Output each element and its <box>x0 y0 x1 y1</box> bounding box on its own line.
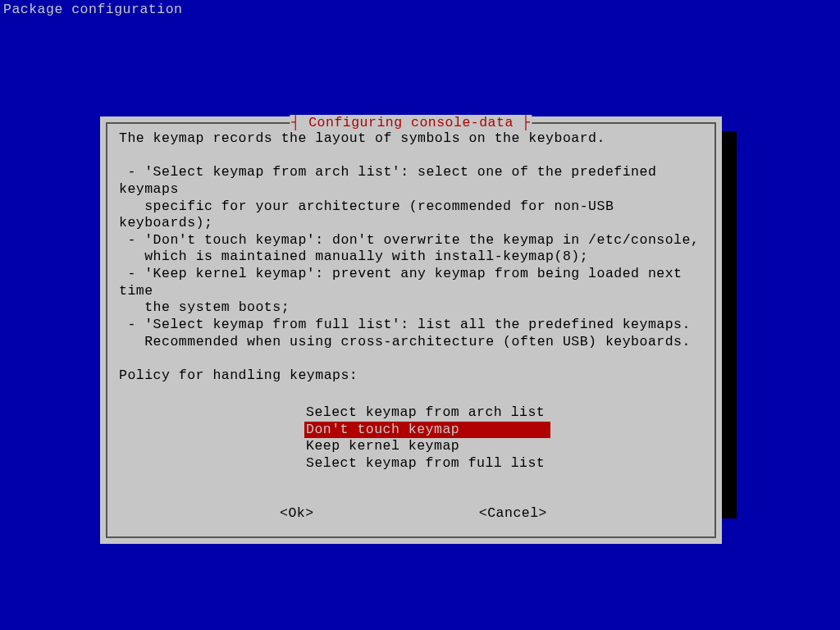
bullet-line: - 'Select keymap from arch list': select… <box>119 164 703 198</box>
bullet-line: specific for your architecture (recommen… <box>119 199 703 232</box>
blank-line <box>119 350 703 368</box>
dialog-intro: The keymap records the layout of symbols… <box>119 130 703 148</box>
bullet-line: Recommended when using cross-architectur… <box>119 334 703 351</box>
bullet-line: - 'Don't touch keymap': don't overwrite … <box>119 232 703 249</box>
blank-line <box>119 148 703 165</box>
ok-button[interactable]: <Ok> <box>280 505 314 523</box>
bullet-line: - 'Keep kernel keymap': prevent any keym… <box>119 266 703 299</box>
option-arch-list[interactable]: Select keymap from arch list <box>304 404 550 422</box>
bullet-line: - 'Select keymap from full list': list a… <box>119 317 703 334</box>
blank-line <box>119 384 703 401</box>
option-dont-touch[interactable]: Don't touch keymap <box>304 422 550 439</box>
dialog-title: ┤ Configuring console-data ├ <box>290 115 532 132</box>
cancel-button[interactable]: <Cancel> <box>479 505 547 523</box>
option-keep-kernel[interactable]: Keep kernel keymap <box>304 438 550 455</box>
option-full-list[interactable]: Select keymap from full list <box>304 455 550 472</box>
dialog-frame: ┤ Configuring console-data ├ The keymap … <box>106 122 716 538</box>
dialog-buttons: <Ok> <Cancel> <box>119 505 703 523</box>
screen-title: Package configuration <box>0 0 840 21</box>
dialog-prompt: Policy for handling keymaps: <box>119 368 703 385</box>
options-list: Select keymap from arch list Don't touch… <box>304 404 703 472</box>
config-dialog: ┤ Configuring console-data ├ The keymap … <box>100 116 722 544</box>
bullet-line: the system boots; <box>119 299 703 317</box>
bullet-line: which is maintained manually with instal… <box>119 249 703 266</box>
